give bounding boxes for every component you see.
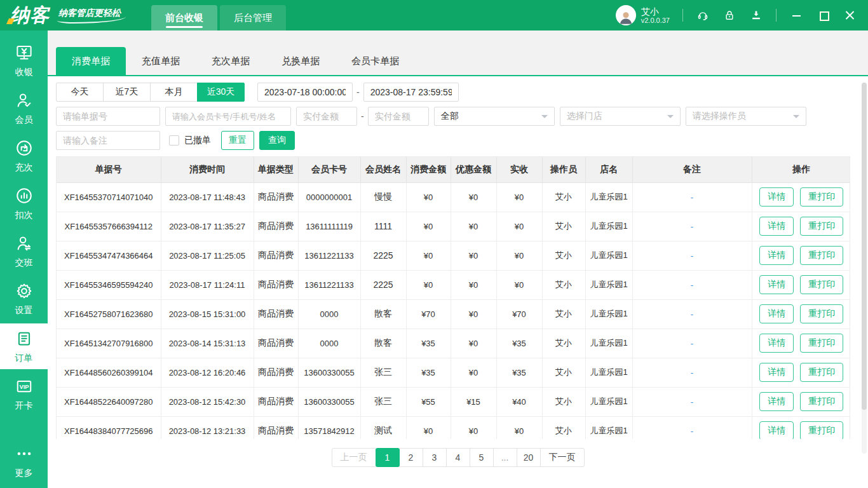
sidebar-item-open-vip-card[interactable]: VIP开卡 <box>0 371 48 417</box>
detail-button[interactable]: 详情 <box>759 392 794 411</box>
cell-remark[interactable]: - <box>632 212 752 241</box>
date-to-input[interactable] <box>363 83 459 102</box>
detail-button[interactable]: 详情 <box>759 421 794 439</box>
quick-date-this-month[interactable]: 本月 <box>150 83 198 102</box>
sidebar-item-cashier[interactable]: 收银 <box>0 37 48 83</box>
cell-remark[interactable]: - <box>632 241 752 270</box>
user-name: 艾小 <box>641 6 670 17</box>
sidebar-item-more[interactable]: 更多 <box>0 438 48 484</box>
minimize-button[interactable] <box>792 10 802 20</box>
cell-time: 2023-08-12 16:20:46 <box>161 358 254 387</box>
cell-actions: 详情重打印 <box>752 212 850 241</box>
sidebar-item-deduct-times[interactable]: 扣次 <box>0 180 48 226</box>
reprint-button[interactable]: 重打印 <box>800 392 843 411</box>
deduct-times-icon <box>15 186 34 208</box>
cell-store: 儿童乐园1 <box>585 358 632 387</box>
page-button-1[interactable]: 1 <box>376 448 400 467</box>
quick-date-today[interactable]: 今天 <box>56 83 104 102</box>
reprint-button[interactable]: 重打印 <box>800 275 843 294</box>
detail-button[interactable]: 详情 <box>759 275 794 294</box>
amount-max-input[interactable] <box>368 107 429 126</box>
cell-operator: 艾小 <box>542 416 585 439</box>
detail-button[interactable]: 详情 <box>759 187 794 207</box>
next-page-button[interactable]: 下一页 <box>540 448 585 467</box>
user-info[interactable]: 艾小 v2.0.0.37 <box>616 5 670 25</box>
quick-date-last-7-days[interactable]: 近7天 <box>103 83 151 102</box>
page-button-2[interactable]: 2 <box>399 448 423 467</box>
column-header-2: 单据类型 <box>254 157 298 182</box>
page-button-4[interactable]: 4 <box>446 448 470 467</box>
scrollbar-thumb[interactable] <box>862 83 867 410</box>
cell-remark[interactable]: - <box>632 270 752 299</box>
tab-consume-orders[interactable]: 消费单据 <box>56 47 126 75</box>
topbar-tab-back-office[interactable]: 后台管理 <box>220 5 286 30</box>
customer-service-icon[interactable] <box>696 8 710 22</box>
cell-amount: ¥70 <box>406 299 451 329</box>
cell-discount: ¥0 <box>451 299 496 329</box>
amount-min-input[interactable] <box>296 107 357 126</box>
remark-input[interactable] <box>56 131 160 150</box>
detail-button[interactable]: 详情 <box>759 363 794 382</box>
tab-recharge-orders[interactable]: 充值单据 <box>126 47 196 75</box>
page-button-5[interactable]: 5 <box>470 448 494 467</box>
reprint-button[interactable]: 重打印 <box>800 187 843 207</box>
cancelled-checkbox[interactable] <box>169 135 179 146</box>
tab-times-orders[interactable]: 充次单据 <box>196 47 266 75</box>
reprint-button[interactable]: 重打印 <box>800 363 843 382</box>
detail-button[interactable]: 详情 <box>759 217 794 236</box>
member-search-input[interactable] <box>165 107 291 126</box>
store-select[interactable]: 选择门店 <box>560 107 681 126</box>
quick-date-group: 今天近7天本月近30天 <box>56 83 245 102</box>
cell-remark[interactable]: - <box>632 299 752 329</box>
table-row: XF164513427079168002023-08-14 15:31:13商品… <box>57 329 850 358</box>
column-header-9: 店名 <box>585 157 632 182</box>
order-no-input[interactable] <box>56 107 160 126</box>
quick-date-last-30-days[interactable]: 近30天 <box>197 83 245 102</box>
topbar: 纳客 纳客管店更轻松 前台收银后台管理 艾小 v2.0.0.37 <box>0 0 868 30</box>
cell-amount: ¥0 <box>406 241 451 270</box>
search-button[interactable]: 查询 <box>259 131 295 150</box>
table-row: XF164527580716236802023-08-15 15:31:00商品… <box>57 299 850 329</box>
cell-remark[interactable]: - <box>632 358 752 387</box>
detail-button[interactable]: 详情 <box>759 246 794 265</box>
cell-actions: 详情重打印 <box>752 182 850 212</box>
cell-remark[interactable]: - <box>632 329 752 358</box>
reprint-button[interactable]: 重打印 <box>800 334 843 353</box>
page-button-20[interactable]: 20 <box>517 448 541 467</box>
download-icon[interactable] <box>749 8 763 22</box>
detail-button[interactable]: 详情 <box>759 304 794 323</box>
cell-discount: ¥0 <box>451 182 496 212</box>
prev-page-button[interactable]: 上一页 <box>332 448 376 467</box>
topbar-tab-front-cashier[interactable]: 前台收银 <box>151 5 217 30</box>
tab-exchange-orders[interactable]: 兑换单据 <box>266 47 336 75</box>
cell-order_no: XF16448384077725696 <box>57 416 161 439</box>
column-header-5: 消费金额 <box>406 157 451 182</box>
reprint-button[interactable]: 重打印 <box>800 421 843 439</box>
operator-select[interactable]: 请选择操作员 <box>686 107 806 126</box>
sidebar-item-orders[interactable]: 订单 <box>0 323 48 369</box>
type-select[interactable]: 全部 <box>434 107 555 126</box>
cell-actions: 详情重打印 <box>752 329 850 358</box>
cell-remark[interactable]: - <box>632 182 752 212</box>
reprint-button[interactable]: 重打印 <box>800 246 843 265</box>
lock-icon[interactable] <box>722 8 736 22</box>
date-from-input[interactable] <box>257 83 353 102</box>
close-button[interactable] <box>845 10 855 20</box>
cell-discount: ¥0 <box>451 416 496 439</box>
reprint-button[interactable]: 重打印 <box>800 304 843 323</box>
cell-remark[interactable]: - <box>632 416 752 439</box>
reset-button[interactable]: 重置 <box>221 131 254 150</box>
page-button-3[interactable]: 3 <box>423 448 447 467</box>
sidebar-item-member[interactable]: 会员 <box>0 85 48 131</box>
cell-member_name: 测试 <box>360 416 406 439</box>
vertical-scrollbar[interactable] <box>862 83 867 454</box>
tab-member-card-orders[interactable]: 会员卡单据 <box>336 47 415 75</box>
detail-button[interactable]: 详情 <box>759 334 794 353</box>
sidebar-item-shift-change[interactable]: 交班 <box>0 228 48 274</box>
sidebar-item-settings[interactable]: 设置 <box>0 276 48 322</box>
reprint-button[interactable]: 重打印 <box>800 217 843 236</box>
cell-store: 儿童乐园1 <box>585 212 632 241</box>
sidebar-item-recharge-times[interactable]: 充次 <box>0 133 48 179</box>
cell-remark[interactable]: - <box>632 387 752 416</box>
maximize-button[interactable] <box>818 10 829 20</box>
